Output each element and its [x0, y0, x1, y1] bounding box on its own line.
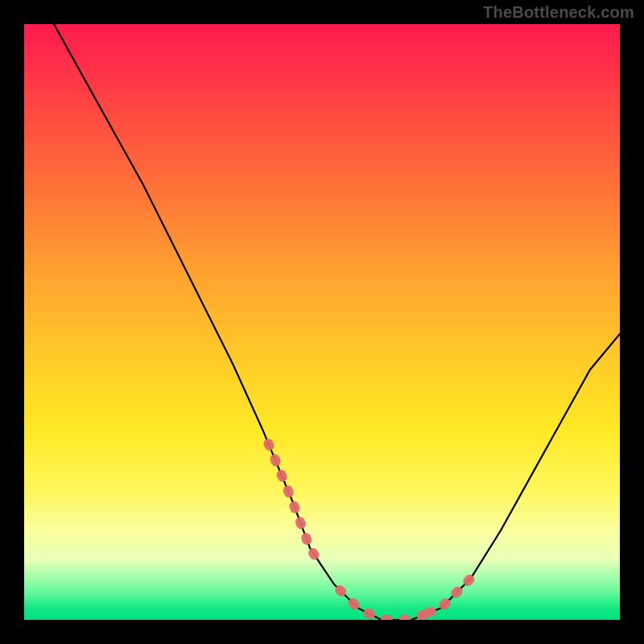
watermark-label: TheBottleneck.com: [483, 3, 634, 22]
chart-container: TheBottleneck.com: [0, 0, 644, 644]
marker-flat-bottom: [340, 590, 429, 620]
bottleneck-curve: [54, 24, 620, 620]
plot-area: [24, 24, 620, 620]
marker-left-descending: [268, 444, 322, 566]
curve-svg: [24, 24, 620, 620]
marker-right-ascending: [429, 578, 471, 613]
